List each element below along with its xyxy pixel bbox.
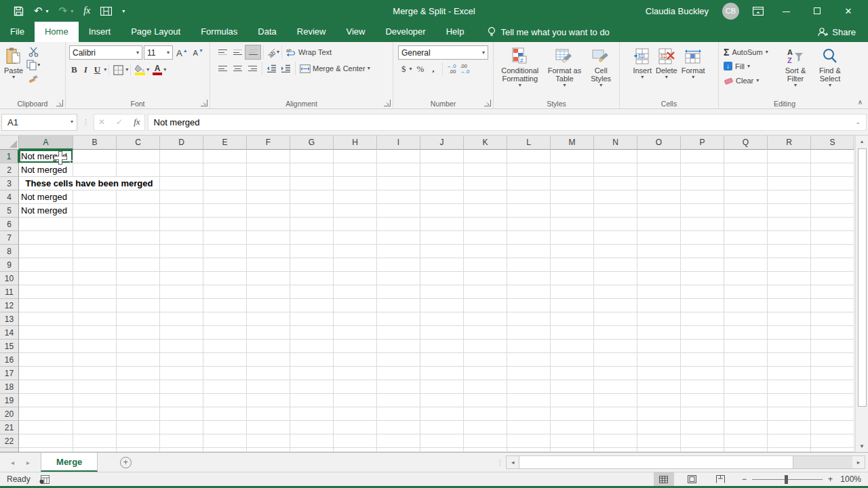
- cell-A12[interactable]: [19, 299, 73, 312]
- cell-F17[interactable]: [247, 367, 290, 380]
- cell-J21[interactable]: [420, 421, 464, 434]
- cell-E15[interactable]: [203, 340, 247, 353]
- cell-C18[interactable]: [117, 380, 160, 394]
- cell-D15[interactable]: [160, 340, 203, 353]
- cell-Q1[interactable]: [724, 150, 768, 163]
- cell-Q2[interactable]: [724, 163, 768, 177]
- cell-I13[interactable]: [377, 312, 420, 326]
- save-icon[interactable]: [14, 6, 24, 16]
- fill-dropdown-icon[interactable]: ▾: [747, 64, 750, 69]
- borders-icon[interactable]: [111, 65, 125, 75]
- cell-D7[interactable]: [160, 231, 203, 245]
- cell-Q14[interactable]: [724, 326, 768, 340]
- cell-K12[interactable]: [464, 299, 507, 312]
- cell-H6[interactable]: [334, 218, 377, 231]
- cell-K20[interactable]: [464, 407, 507, 421]
- cell-R13[interactable]: [768, 312, 811, 326]
- cell-B16[interactable]: [73, 353, 117, 367]
- cell-N7[interactable]: [594, 231, 637, 245]
- cell-I12[interactable]: [377, 299, 420, 312]
- cell-O18[interactable]: [637, 380, 681, 394]
- cell-M9[interactable]: [551, 258, 594, 272]
- cell-Q8[interactable]: [724, 245, 768, 258]
- cell-E7[interactable]: [203, 231, 247, 245]
- cell-G19[interactable]: [290, 394, 334, 407]
- cell-P3[interactable]: [681, 177, 724, 190]
- cell-L11[interactable]: [507, 285, 551, 299]
- autosum-dropdown-icon[interactable]: ▾: [766, 49, 768, 55]
- cell-G21[interactable]: [290, 421, 334, 434]
- cell-C15[interactable]: [117, 340, 160, 353]
- zoom-level[interactable]: 100%: [833, 474, 861, 484]
- cell-N2[interactable]: [594, 163, 637, 177]
- row-header-12[interactable]: 12: [0, 299, 19, 312]
- cell-E10[interactable]: [203, 272, 247, 285]
- cell-S19[interactable]: [811, 394, 854, 407]
- cell-G6[interactable]: [290, 218, 334, 231]
- row-header-10[interactable]: 10: [0, 272, 19, 285]
- cell-P13[interactable]: [681, 312, 724, 326]
- cell-H8[interactable]: [334, 245, 377, 258]
- tab-review[interactable]: Review: [287, 22, 336, 42]
- cell-E14[interactable]: [203, 326, 247, 340]
- cell-K8[interactable]: [464, 245, 507, 258]
- alignment-dialog-launcher[interactable]: ↘: [384, 100, 391, 106]
- cell-D2[interactable]: [160, 163, 203, 177]
- cell-L18[interactable]: [507, 380, 551, 394]
- format-cells-button[interactable]: Format ▾: [679, 44, 707, 97]
- increase-decimal-icon[interactable]: ←.0.00: [447, 64, 460, 75]
- cell-H19[interactable]: [334, 394, 377, 407]
- cell-N21[interactable]: [594, 421, 637, 434]
- cell-A5[interactable]: Not merged: [19, 204, 73, 218]
- cell-H11[interactable]: [334, 285, 377, 299]
- cell-J3[interactable]: [420, 177, 464, 190]
- cell-K4[interactable]: [464, 190, 507, 204]
- cell-F6[interactable]: [247, 218, 290, 231]
- cell-O14[interactable]: [637, 326, 681, 340]
- row-header-2[interactable]: 2: [0, 163, 19, 177]
- cell-O13[interactable]: [637, 312, 681, 326]
- cell-O11[interactable]: [637, 285, 681, 299]
- cell-R19[interactable]: [768, 394, 811, 407]
- expand-formula-bar-icon[interactable]: ⌄: [855, 119, 866, 125]
- merge-center-button[interactable]: Merge & Center ▾: [298, 61, 372, 76]
- column-header-K[interactable]: K: [464, 136, 507, 150]
- cell-R2[interactable]: [768, 163, 811, 177]
- cell-G11[interactable]: [290, 285, 334, 299]
- hscroll-right-icon[interactable]: ▸: [852, 456, 865, 468]
- cell-N20[interactable]: [594, 407, 637, 421]
- cell-H17[interactable]: [334, 367, 377, 380]
- cell-P21[interactable]: [681, 421, 724, 434]
- cell-K6[interactable]: [464, 218, 507, 231]
- cell-D1[interactable]: [160, 150, 203, 163]
- row-header-14[interactable]: 14: [0, 326, 19, 340]
- font-family-select[interactable]: Calibri ▾: [69, 45, 142, 60]
- cell-F5[interactable]: [247, 204, 290, 218]
- cell-M3[interactable]: [551, 177, 594, 190]
- cell-M2[interactable]: [551, 163, 594, 177]
- cell-P4[interactable]: [681, 190, 724, 204]
- cell-Q16[interactable]: [724, 353, 768, 367]
- formula-bar-grip[interactable]: ⋮: [80, 118, 91, 127]
- cell-J16[interactable]: [420, 353, 464, 367]
- cell-L9[interactable]: [507, 258, 551, 272]
- cell-E18[interactable]: [203, 380, 247, 394]
- cell-B4[interactable]: [73, 190, 117, 204]
- cell-F18[interactable]: [247, 380, 290, 394]
- cell-D4[interactable]: [160, 190, 203, 204]
- touch-mode-icon[interactable]: [100, 7, 112, 16]
- cell-N15[interactable]: [594, 340, 637, 353]
- cell-G20[interactable]: [290, 407, 334, 421]
- cell-H12[interactable]: [334, 299, 377, 312]
- column-header-P[interactable]: P: [681, 136, 724, 150]
- cell-L6[interactable]: [507, 218, 551, 231]
- cell-F11[interactable]: [247, 285, 290, 299]
- cell-Q21[interactable]: [724, 421, 768, 434]
- cell-S12[interactable]: [811, 299, 854, 312]
- cell-K9[interactable]: [464, 258, 507, 272]
- cell-B9[interactable]: [73, 258, 117, 272]
- cell-M8[interactable]: [551, 245, 594, 258]
- cell-J14[interactable]: [420, 326, 464, 340]
- cell-B15[interactable]: [73, 340, 117, 353]
- minimize-button[interactable]: [777, 6, 795, 16]
